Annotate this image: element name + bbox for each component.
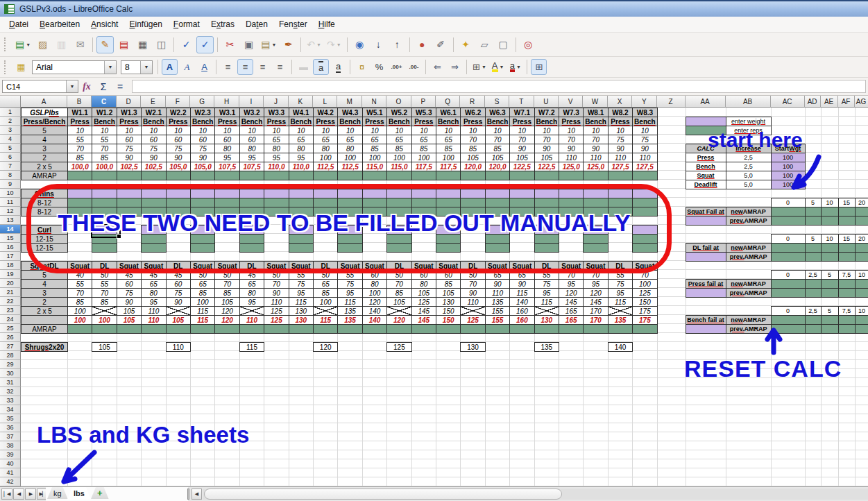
cell-N11[interactable] — [362, 198, 387, 207]
cell-X19[interactable]: 55 — [608, 270, 633, 280]
cell-N23[interactable]: 140 — [362, 306, 387, 316]
background-color-button[interactable]: A▼ — [490, 59, 507, 75]
cell-E1[interactable]: W2.1 — [141, 108, 166, 117]
show-grid-lines-button[interactable]: ⊞ — [531, 59, 547, 75]
cell-M1[interactable]: W4.3 — [337, 108, 362, 117]
cell-M25[interactable] — [337, 324, 362, 334]
cell-X2[interactable]: Press — [608, 117, 633, 126]
cell-Q14[interactable] — [436, 225, 461, 235]
cell-Y5[interactable]: 90 — [632, 144, 657, 153]
cell-O15[interactable] — [386, 234, 411, 244]
toolbar-grip[interactable] — [4, 60, 8, 74]
menu-fenster[interactable]: Fenster — [273, 17, 313, 31]
cell-J1[interactable]: W3.3 — [264, 108, 289, 117]
row-header-27[interactable]: 27 — [0, 342, 21, 351]
cell-A22[interactable]: 2 — [21, 297, 68, 307]
cell-S24[interactable]: 155 — [485, 315, 510, 325]
cell-Q11[interactable] — [436, 198, 461, 207]
percent-format-button[interactable]: % — [371, 59, 387, 75]
cell-A12[interactable]: 8-12 — [21, 207, 68, 216]
cell-U27[interactable]: 135 — [534, 342, 559, 352]
cell-Q1[interactable]: W6.1 — [436, 108, 461, 117]
cell-K19[interactable]: 55 — [289, 270, 314, 280]
cell-R25[interactable] — [460, 324, 485, 334]
cell-E24[interactable]: 110 — [141, 315, 166, 325]
row-header-42[interactable]: 42 — [0, 477, 21, 486]
cell-M15[interactable] — [337, 234, 362, 244]
menu-extras[interactable]: Extras — [205, 17, 240, 31]
cell-T1[interactable]: W7.1 — [509, 108, 534, 117]
cell-AD25[interactable] — [805, 324, 822, 334]
cell-Y4[interactable]: 75 — [632, 135, 657, 144]
cell-AC24[interactable] — [771, 315, 806, 325]
cell-J11[interactable] — [264, 198, 289, 207]
cell-S10[interactable] — [485, 189, 510, 198]
cell-C19[interactable]: 50 — [92, 270, 117, 280]
cell-K1[interactable]: W4.1 — [289, 108, 314, 117]
cell-AD20[interactable] — [805, 279, 822, 289]
cell-S11[interactable] — [485, 198, 510, 207]
cell-AC13[interactable] — [771, 216, 806, 226]
cell-K12[interactable] — [289, 207, 314, 216]
row-header-33[interactable]: 33 — [0, 396, 21, 405]
cell-K11[interactable] — [289, 198, 314, 207]
toolbar-grip[interactable] — [4, 37, 8, 51]
row-header-31[interactable]: 31 — [0, 378, 21, 387]
cell-AB25[interactable]: prev. AMRAP — [726, 324, 772, 334]
cell-S3[interactable]: 10 — [485, 126, 510, 135]
cell-AB21[interactable]: prev. AMRAP — [726, 288, 772, 298]
row-header-35[interactable]: 35 — [0, 414, 21, 423]
cell-V22[interactable]: 145 — [559, 297, 584, 307]
cell-L19[interactable]: 50 — [313, 270, 338, 280]
cell-D23[interactable]: 105 — [117, 306, 142, 316]
cell-D21[interactable]: 75 — [117, 288, 142, 298]
cell-M2[interactable]: Bench — [337, 117, 362, 126]
cell-Y10[interactable] — [632, 189, 657, 198]
cell-K20[interactable]: 75 — [289, 279, 314, 289]
cell-Y18[interactable]: Squat — [632, 261, 657, 271]
cell-M8[interactable] — [337, 171, 362, 180]
row-header-36[interactable]: 36 — [0, 423, 21, 432]
cell-W11[interactable] — [583, 198, 608, 207]
menu-daten[interactable]: Daten — [240, 17, 273, 31]
row-header-39[interactable]: 39 — [0, 450, 21, 459]
menu-datei[interactable]: Datei — [3, 17, 34, 31]
cell-L3[interactable]: 10 — [313, 126, 338, 135]
cell-F7[interactable]: 105,0 — [166, 162, 191, 171]
cell-G19[interactable]: 50 — [190, 270, 215, 280]
cell-V19[interactable]: 70 — [559, 270, 584, 280]
cell-G24[interactable]: 115 — [190, 315, 215, 325]
row-header-2[interactable]: 2 — [0, 117, 21, 126]
cell-T7[interactable]: 122,5 — [509, 162, 534, 171]
cell-A4[interactable]: 4 — [21, 135, 68, 144]
cell-E5[interactable]: 75 — [141, 144, 166, 153]
cell-Y7[interactable]: 127,5 — [632, 162, 657, 171]
cell-K10[interactable] — [289, 189, 314, 198]
cell-T11[interactable] — [509, 198, 534, 207]
cell-D19[interactable]: 45 — [117, 270, 142, 280]
cell-U25[interactable] — [534, 324, 559, 334]
row-header-28[interactable]: 28 — [0, 351, 21, 360]
cell-AB2[interactable]: enter weight — [726, 117, 772, 126]
cell-I12[interactable] — [239, 207, 264, 216]
cell-AB3[interactable]: enter reps — [726, 126, 772, 135]
font-size-combo[interactable]: 8 ▼ — [121, 60, 153, 74]
cell-Q15[interactable] — [436, 234, 461, 244]
cell-I23[interactable] — [239, 306, 264, 316]
cell-N24[interactable]: 140 — [362, 315, 387, 325]
help-button[interactable]: ◎ — [520, 36, 537, 53]
cell-X11[interactable] — [608, 198, 633, 207]
cell-J25[interactable] — [264, 324, 289, 334]
cell-O10[interactable] — [386, 189, 411, 198]
cell-K15[interactable] — [289, 234, 314, 244]
cell-T18[interactable]: Squat — [509, 261, 534, 271]
cell-K25[interactable] — [289, 324, 314, 334]
cell-AF12[interactable] — [838, 207, 856, 216]
cell-AE24[interactable] — [821, 315, 839, 325]
cell-J10[interactable] — [264, 189, 289, 198]
cell-M19[interactable]: 55 — [337, 270, 362, 280]
cell-B18[interactable]: Squat — [67, 261, 92, 271]
cell-T3[interactable]: 10 — [509, 126, 534, 135]
column-header-E[interactable]: E — [141, 96, 165, 108]
column-header-AC[interactable]: AC — [771, 96, 805, 108]
